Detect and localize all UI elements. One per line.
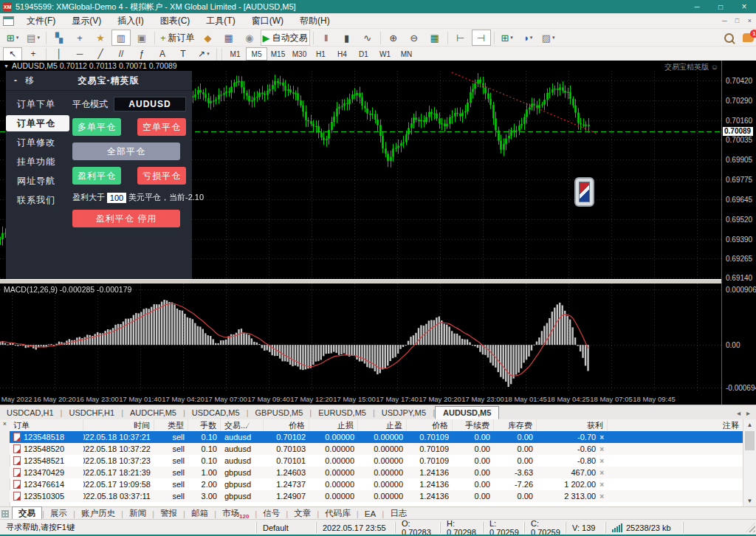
panel-move-button[interactable]: 移 bbox=[25, 75, 47, 87]
mdi-close-icon[interactable]: × bbox=[743, 16, 756, 26]
new-chart-icon[interactable]: ⊞▾ bbox=[3, 30, 22, 46]
chart-tab-USDJPY-M5[interactable]: USDJPY,M5 bbox=[375, 407, 433, 419]
zoom-out-icon[interactable]: ⊖ bbox=[405, 30, 424, 46]
mdi-restore-icon[interactable]: □ bbox=[731, 16, 743, 26]
minimize-button[interactable]: ─ bbox=[685, 0, 709, 13]
column-header-5[interactable]: 价格 bbox=[264, 419, 309, 431]
panel-nav-订单修改[interactable]: 订单修改 bbox=[6, 134, 71, 151]
close-short-button[interactable]: 空单平仓 bbox=[137, 118, 186, 136]
profit-close-toggle-button[interactable]: 盈利平仓 停用 bbox=[72, 210, 180, 227]
menu-item-6[interactable]: 帮助(H) bbox=[292, 13, 338, 28]
crosshair-tool-icon[interactable]: + bbox=[24, 47, 43, 61]
scroll-up-icon[interactable]: ▲ bbox=[743, 419, 756, 430]
column-header-2[interactable]: 类型 bbox=[154, 419, 188, 431]
timeframe-H1[interactable]: H1 bbox=[310, 47, 331, 61]
timeframe-D1[interactable]: D1 bbox=[353, 47, 374, 61]
table-row[interactable]: 1234766142022.05.17 19:09:58sell2.00gbpu… bbox=[10, 478, 743, 490]
chart-tab-AUDUSD-M5[interactable]: AUDUSD,M5 bbox=[435, 406, 499, 419]
new-order-button[interactable]: +新订单 bbox=[158, 30, 197, 46]
close-profit-button[interactable]: 盈利平仓 bbox=[72, 167, 121, 185]
periods-icon[interactable]: ◑▾ bbox=[518, 30, 537, 46]
close-loss-button[interactable]: 亏损平仓 bbox=[137, 167, 186, 185]
market-watch-icon[interactable]: ▥ bbox=[111, 30, 131, 46]
bottom-tab-新闻[interactable]: 新闻 bbox=[123, 507, 152, 520]
profiles-icon[interactable]: ▤▾ bbox=[24, 30, 43, 46]
tab-scroll-left-icon[interactable]: ◂ bbox=[734, 409, 743, 417]
panel-nav-订单下单[interactable]: 订单下单 bbox=[6, 96, 71, 112]
timeframe-H4[interactable]: H4 bbox=[331, 47, 353, 61]
close-long-button[interactable]: 多单平仓 bbox=[72, 118, 121, 136]
crosshair-icon[interactable]: + bbox=[70, 30, 89, 46]
scroll-down-icon[interactable]: ▼ bbox=[743, 495, 756, 506]
close-order-icon[interactable]: × bbox=[599, 457, 604, 465]
timeframe-M15[interactable]: M15 bbox=[267, 47, 289, 61]
column-header-1[interactable]: 时间 bbox=[83, 419, 154, 431]
text-label-icon[interactable]: T bbox=[173, 47, 193, 61]
text-icon[interactable]: A bbox=[153, 47, 172, 61]
arrows-icon[interactable]: ↗▾ bbox=[194, 47, 213, 61]
menu-item-5[interactable]: 窗口(W) bbox=[244, 13, 292, 28]
terminal-close-icon[interactable]: × bbox=[0, 420, 10, 427]
close-button[interactable]: × bbox=[732, 0, 756, 13]
chart-tab-AUDCHF-M5[interactable]: AUDCHF,M5 bbox=[123, 407, 183, 419]
search-icon[interactable] bbox=[724, 33, 734, 43]
chart-tab-USDCAD-M5[interactable]: USDCAD,M5 bbox=[185, 407, 247, 419]
strategy-tester-icon[interactable]: ◉ bbox=[240, 30, 259, 46]
auto-scroll-icon[interactable]: ⊢ bbox=[451, 30, 470, 46]
autotrade-button[interactable]: ▶自动交易 bbox=[261, 30, 310, 46]
bottom-tab-市场[interactable]: 市场120 bbox=[216, 507, 255, 520]
table-row[interactable]: 1235485182022.05.18 10:37:21sell0.10audu… bbox=[10, 431, 743, 443]
bottom-tab-文章[interactable]: 文章 bbox=[288, 507, 317, 520]
chart-tab-GBPUSD-M5[interactable]: GBPUSD,M5 bbox=[249, 407, 310, 419]
column-header-12[interactable]: 注释 bbox=[608, 419, 743, 431]
templates-icon[interactable]: ▨▾ bbox=[539, 30, 558, 46]
scrollbar-thumb[interactable] bbox=[745, 431, 755, 450]
profit-threshold-input[interactable] bbox=[107, 193, 126, 203]
expert-advisors-icon[interactable]: ◆ bbox=[199, 30, 218, 46]
cursor-icon[interactable]: ↖ bbox=[3, 47, 22, 61]
column-header-3[interactable]: 手数 bbox=[188, 419, 221, 431]
bottom-tab-邮箱[interactable]: 邮箱 bbox=[185, 507, 214, 520]
timeframe-M30[interactable]: M30 bbox=[289, 47, 310, 61]
table-row[interactable]: 1235103052022.05.18 03:37:11sell3.00gbpu… bbox=[10, 490, 743, 502]
macd-chart-canvas[interactable] bbox=[0, 284, 721, 393]
maximize-button[interactable]: □ bbox=[709, 0, 732, 13]
hline-icon[interactable]: ─ bbox=[70, 47, 89, 61]
close-order-icon[interactable]: × bbox=[599, 445, 604, 453]
column-header-9[interactable]: 手续费 bbox=[453, 419, 494, 431]
data-window-icon[interactable]: ▣ bbox=[132, 30, 151, 46]
table-row[interactable]: 1235485202022.05.18 10:37:22sell0.10audu… bbox=[10, 443, 743, 455]
table-row[interactable]: 1234704292022.05.17 18:21:39sell1.00gbpu… bbox=[10, 467, 743, 478]
column-header-6[interactable]: 止损 bbox=[309, 419, 358, 431]
mdi-minimize-icon[interactable]: ─ bbox=[718, 16, 731, 26]
chart-tab-USDCAD-H1[interactable]: USDCAD,H1 bbox=[0, 407, 61, 419]
menu-item-3[interactable]: 图表(C) bbox=[152, 13, 199, 28]
panel-nav-网址导航[interactable]: 网址导航 bbox=[6, 173, 71, 189]
bottom-tab-日志[interactable]: 日志 bbox=[384, 507, 413, 520]
menu-item-0[interactable]: 文件(F) bbox=[18, 13, 63, 28]
terminal-icon[interactable]: ▦ bbox=[219, 30, 238, 46]
bottom-tab-EA[interactable]: EA bbox=[359, 509, 382, 519]
bottom-tab-警报[interactable]: 警报 bbox=[154, 507, 183, 520]
close-order-icon[interactable]: × bbox=[599, 481, 604, 489]
close-order-icon[interactable]: × bbox=[599, 433, 604, 441]
bottom-tab-信号[interactable]: 信号 bbox=[257, 507, 286, 520]
menu-item-1[interactable]: 显示(V) bbox=[63, 13, 109, 28]
close-all-button[interactable]: 全部平仓 bbox=[72, 142, 180, 160]
chart-shift-icon[interactable]: ⊣ bbox=[472, 30, 491, 46]
terminal-scrollbar[interactable]: ▲ ▼ bbox=[743, 419, 756, 506]
column-header-4[interactable]: 交易... ∕ bbox=[221, 419, 264, 431]
column-header-7[interactable]: 止盈 bbox=[358, 419, 407, 431]
line-chart-icon[interactable]: ∿ bbox=[358, 30, 377, 46]
price-axis[interactable]: 0.704200.702900.701600.700350.699050.697… bbox=[721, 61, 756, 405]
chart-tab-USDCHF-H1[interactable]: USDCHF,H1 bbox=[62, 407, 121, 419]
panel-nav-联系我们[interactable]: 联系我们 bbox=[6, 192, 71, 208]
column-header-11[interactable]: 获利 bbox=[537, 419, 608, 431]
timeframe-M5[interactable]: M5 bbox=[246, 47, 267, 61]
vline-icon[interactable]: │ bbox=[49, 47, 69, 61]
panel-nav-订单平仓[interactable]: 订单平仓 bbox=[6, 115, 69, 131]
time-axis[interactable]: 16 May 202216 May 20:2016 May 23:0017 Ma… bbox=[0, 393, 721, 405]
bottom-tab-账户历史[interactable]: 账户历史 bbox=[75, 507, 121, 520]
chart-tab-EURUSD-M5[interactable]: EURUSD,M5 bbox=[312, 407, 373, 419]
tick-chart-icon[interactable]: ▚ bbox=[49, 30, 69, 46]
